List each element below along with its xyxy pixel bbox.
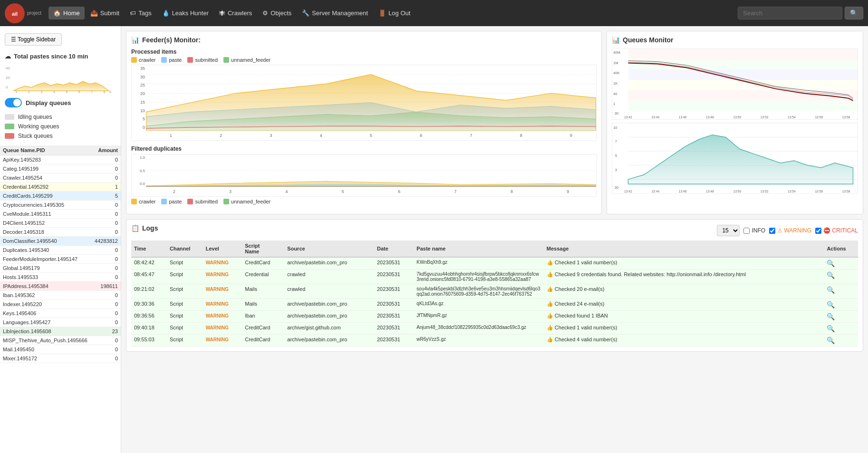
queue-name: FeederModuleImporter.1495147	[0, 255, 91, 264]
log-header-channel: Channel	[167, 241, 203, 257]
queue-row: Keys.14954060	[0, 309, 121, 318]
stuck-color	[5, 133, 14, 139]
log-action[interactable]: 🔍	[824, 299, 858, 311]
legend-paste: paste	[161, 57, 182, 63]
info-checkbox[interactable]	[743, 228, 750, 234]
queue-row: Crawler.14952540	[0, 173, 121, 183]
queue-row: CveModule.14953110	[0, 210, 121, 219]
log-search-icon[interactable]: 🔍	[827, 301, 835, 308]
log-paste: Anjum48_38cddcf1082295935c0d2d63daac69c3…	[414, 323, 543, 335]
queue-amount: 0	[91, 201, 121, 210]
log-message: 👍 Checked 4 valid number(s)	[544, 335, 824, 347]
nav-logout[interactable]: 🚪 Log Out	[374, 7, 415, 19]
legend-submitted: submitted	[187, 57, 218, 63]
svg-text:3: 3	[40, 90, 42, 93]
log-action[interactable]: 🔍	[824, 257, 858, 270]
log-channel: Script	[167, 270, 203, 284]
critical-filter-label[interactable]: ⛔ CRITICAL	[815, 227, 858, 234]
svg-text:13:46: 13:46	[679, 116, 687, 119]
svg-text:13:52: 13:52	[761, 116, 769, 119]
info-filter-label[interactable]: INFO	[743, 227, 765, 234]
logs-controls: 15 25 50 INFO ⚠ WARNING ⛔ CRITICAL	[717, 225, 858, 236]
queue-row: FeederModuleImporter.14951470	[0, 255, 121, 264]
queue-table-header-name: Queue Name.PID	[0, 145, 91, 155]
search-input[interactable]	[738, 7, 842, 19]
nav-home[interactable]: 🏠 Home	[48, 7, 85, 19]
sparkline-area: 40 20 0 1 2 3 4 5 6 7 8	[5, 65, 116, 93]
log-table: Time Channel Level ScriptName Source Dat…	[131, 241, 858, 347]
nav-search: 🔍	[738, 7, 863, 19]
queue-amount: 23	[91, 327, 121, 336]
logs-per-page-select[interactable]: 15 25 50	[717, 225, 740, 236]
log-search-icon[interactable]: 🔍	[827, 286, 835, 294]
queue-amount: 198611	[91, 282, 121, 291]
duplicates-chart-plot	[146, 154, 596, 187]
display-queues-toggle[interactable]	[5, 98, 22, 107]
legend-unnamed-feeder: unnamed_feeder	[223, 57, 270, 63]
queue-row: Mail.14954500	[0, 345, 121, 354]
legend-stuck: Stuck queues	[5, 131, 116, 141]
nav-objects[interactable]: ⚙ Objects	[258, 7, 296, 19]
svg-text:1: 1	[15, 90, 17, 93]
log-search-icon[interactable]: 🔍	[827, 313, 835, 320]
legend-crawler: crawler	[131, 57, 155, 63]
critical-checkbox[interactable]	[815, 228, 821, 234]
logs-panel: 📋 Logs 15 25 50 INFO ⚠ WARNING	[126, 219, 863, 352]
svg-text:3: 3	[615, 168, 617, 172]
log-action[interactable]: 🔍	[824, 311, 858, 323]
queue-table: Queue Name.PID Amount ApiKey.14952830Cat…	[0, 145, 121, 363]
queue-name: Keys.1495406	[0, 309, 91, 318]
log-action[interactable]: 🔍	[824, 335, 858, 347]
log-search-icon[interactable]: 🔍	[827, 260, 835, 267]
svg-text:13:50: 13:50	[733, 116, 741, 119]
svg-text:10: 10	[613, 125, 617, 130]
nav-server-management[interactable]: 🔧 Server Management	[297, 7, 373, 19]
duplicates-x-axis: 23456789	[146, 187, 596, 196]
nav-crawlers[interactable]: 🕷 Crawlers	[214, 7, 257, 19]
svg-rect-33	[628, 80, 858, 90]
processed-items-section: Processed items crawler paste submitted …	[131, 48, 597, 141]
search-button[interactable]: 🔍	[845, 7, 863, 19]
svg-marker-24	[146, 75, 596, 131]
log-time: 09:36:56	[131, 311, 167, 323]
log-script: Credential	[242, 270, 284, 284]
queue-amount: 0	[91, 291, 121, 300]
svg-text:40K: 40K	[613, 71, 620, 75]
log-level: WARNING	[203, 284, 242, 299]
svg-text:13:46: 13:46	[679, 190, 687, 193]
svg-text:20: 20	[6, 76, 10, 80]
nav-tags[interactable]: 🏷 Tags	[125, 7, 156, 19]
queue-row: Decoder.14953180	[0, 228, 121, 237]
warning-checkbox[interactable]	[769, 228, 775, 234]
log-search-icon[interactable]: 🔍	[827, 337, 835, 344]
processed-chart-plot	[146, 65, 596, 131]
log-row: 09:55:03 Script WARNING CreditCard archi…	[131, 335, 858, 347]
idling-color	[5, 114, 14, 120]
queue-amount: 0	[91, 246, 121, 255]
queue-row: Categ.14951990	[0, 164, 121, 173]
toggle-sidebar-button[interactable]: ☰ Toggle Sidebar	[5, 33, 62, 46]
log-action[interactable]: 🔍	[824, 270, 858, 284]
log-row: 08:45:47 Script WARNING Credential crawl…	[131, 270, 858, 284]
filtered-duplicates-section: Filtered duplicates 1.00.50.0	[131, 145, 597, 204]
dup-legend-crawler: crawler	[131, 199, 155, 204]
log-header-actions: Actions	[824, 241, 858, 257]
queue-row: IPAddress.1495384198611	[0, 282, 121, 291]
log-paste: JfTMNpmR.gz	[414, 311, 543, 323]
brand-logo: ail	[5, 3, 25, 23]
log-level: WARNING	[203, 335, 242, 347]
queue-name: Crawler.1495254	[0, 173, 91, 183]
working-color	[5, 124, 14, 129]
queue-name: MISP_Thehive_Auto_Push.1495666	[0, 336, 91, 345]
nav-leaks-hunter[interactable]: 💧 Leaks Hunter	[157, 7, 213, 19]
log-search-icon[interactable]: 🔍	[827, 325, 835, 332]
logs-header: 📋 Logs 15 25 50 INFO ⚠ WARNING	[131, 224, 858, 237]
log-action[interactable]: 🔍	[824, 323, 858, 335]
nav-submit[interactable]: 📤 Submit	[86, 7, 124, 19]
svg-text:30: 30	[615, 185, 618, 190]
log-search-icon[interactable]: 🔍	[827, 271, 835, 279]
warning-filter-label[interactable]: ⚠ WARNING	[769, 227, 811, 234]
svg-text:1M: 1M	[613, 60, 618, 65]
log-date: 20230531	[374, 311, 414, 323]
log-action[interactable]: 🔍	[824, 284, 858, 299]
